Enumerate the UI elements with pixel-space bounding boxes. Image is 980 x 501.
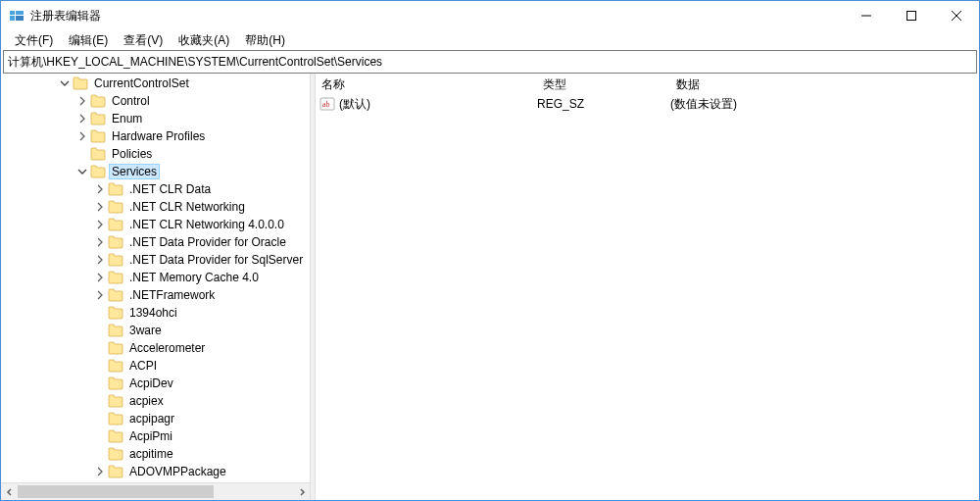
svg-rect-3 <box>16 16 24 21</box>
address-bar[interactable]: 计算机\HKEY_LOCAL_MACHINE\SYSTEM\CurrentCon… <box>3 50 977 74</box>
folder-icon <box>108 271 123 284</box>
list-row[interactable]: ab(默认)REG_SZ(数值未设置) <box>316 95 979 113</box>
titlebar: 注册表编辑器 <box>1 1 979 30</box>
tree-node[interactable]: .NET Data Provider for Oracle <box>1 233 310 251</box>
menu-view[interactable]: 查看(V) <box>116 31 171 50</box>
folder-icon <box>108 394 123 408</box>
tree-node-label: AcpiPmi <box>127 429 174 443</box>
folder-icon <box>108 288 123 302</box>
tree-node[interactable]: AcpiDev <box>1 375 310 392</box>
main-area: CurrentControlSetControlEnumHardware Pro… <box>1 74 979 500</box>
cell-data: (数值未设置) <box>664 96 979 113</box>
tree-node-label: .NET CLR Data <box>127 182 213 196</box>
address-path: 计算机\HKEY_LOCAL_MACHINE\SYSTEM\CurrentCon… <box>8 54 382 71</box>
tree-node-label: AcpiDev <box>127 376 175 390</box>
expand-icon[interactable] <box>92 199 108 215</box>
tree-node[interactable]: acpipagr <box>1 410 310 427</box>
scroll-right-arrow-icon[interactable] <box>293 483 310 500</box>
tree-node[interactable]: Enum <box>1 110 310 127</box>
expand-icon[interactable] <box>74 93 90 109</box>
list-body[interactable]: ab(默认)REG_SZ(数值未设置) <box>316 95 979 500</box>
folder-icon <box>90 165 106 178</box>
folder-icon <box>108 182 123 196</box>
collapse-icon[interactable] <box>74 164 90 179</box>
folder-icon <box>108 306 123 320</box>
tree-node-label: ADOVMPPackage <box>127 465 228 478</box>
expand-icon[interactable] <box>92 181 108 197</box>
tree-node[interactable]: CurrentControlSet <box>1 75 310 92</box>
tree-node-label: Policies <box>110 147 154 161</box>
expander-placeholder <box>92 323 108 338</box>
cell-type: REG_SZ <box>531 97 664 111</box>
tree-node[interactable]: 1394ohci <box>1 304 310 322</box>
value-name: (默认) <box>339 96 370 113</box>
folder-icon <box>108 324 123 337</box>
folder-icon <box>108 341 123 355</box>
tree-node[interactable]: acpitime <box>1 445 310 463</box>
expander-placeholder <box>74 146 90 162</box>
folder-icon <box>108 412 123 426</box>
menu-file[interactable]: 文件(F) <box>7 31 61 50</box>
menu-help[interactable]: 帮助(H) <box>237 31 293 50</box>
tree-node[interactable]: Accelerometer <box>1 339 310 357</box>
window-title: 注册表编辑器 <box>30 8 844 25</box>
scroll-track[interactable] <box>18 483 293 500</box>
expand-icon[interactable] <box>92 234 108 250</box>
menu-edit[interactable]: 编辑(E) <box>61 31 116 50</box>
tree-node[interactable]: .NET CLR Data <box>1 180 310 198</box>
scroll-left-arrow-icon[interactable] <box>1 483 18 500</box>
column-type[interactable]: 类型 <box>537 76 670 93</box>
app-icon <box>9 8 24 24</box>
list-header: 名称 类型 数据 <box>316 74 979 95</box>
reg-sz-icon: ab <box>319 96 335 112</box>
close-button[interactable] <box>934 1 979 30</box>
tree-node[interactable]: Control <box>1 92 310 110</box>
expand-icon[interactable] <box>74 128 90 144</box>
tree-node-label: acpitime <box>127 447 175 461</box>
tree-node[interactable]: Policies <box>1 145 310 163</box>
cell-name: ab(默认) <box>316 96 531 113</box>
column-name[interactable]: 名称 <box>316 76 537 93</box>
folder-icon <box>90 147 106 161</box>
tree-horizontal-scrollbar[interactable] <box>1 482 310 500</box>
tree-node-label: .NET Data Provider for Oracle <box>127 235 288 249</box>
tree-node[interactable]: ACPI <box>1 357 310 375</box>
svg-rect-5 <box>907 12 916 21</box>
tree-node[interactable]: Hardware Profiles <box>1 127 310 145</box>
scroll-thumb[interactable] <box>18 485 214 498</box>
collapse-icon[interactable] <box>57 75 73 91</box>
folder-icon <box>73 76 88 90</box>
tree-panel: CurrentControlSetControlEnumHardware Pro… <box>1 74 310 500</box>
tree-node[interactable]: .NETFramework <box>1 286 310 304</box>
tree-node[interactable]: Services <box>1 163 310 180</box>
column-data[interactable]: 数据 <box>670 76 979 93</box>
tree-node[interactable]: AcpiPmi <box>1 427 310 445</box>
maximize-button[interactable] <box>889 1 934 30</box>
tree-node[interactable]: .NET Memory Cache 4.0 <box>1 269 310 286</box>
svg-rect-0 <box>10 11 15 15</box>
expand-icon[interactable] <box>92 270 108 285</box>
folder-icon <box>108 359 123 373</box>
expander-placeholder <box>92 340 108 356</box>
tree-node-label: Hardware Profiles <box>110 129 207 143</box>
tree-node[interactable]: .NET CLR Networking 4.0.0.0 <box>1 216 310 233</box>
tree-node[interactable]: .NET Data Provider for SqlServer <box>1 251 310 269</box>
tree-node[interactable]: acpiex <box>1 392 310 410</box>
expand-icon[interactable] <box>74 111 90 126</box>
minimize-button[interactable] <box>844 1 889 30</box>
expand-icon[interactable] <box>92 464 108 479</box>
expand-icon[interactable] <box>92 252 108 268</box>
folder-icon <box>90 94 106 108</box>
tree-node[interactable]: .NET CLR Networking <box>1 198 310 216</box>
tree-view[interactable]: CurrentControlSetControlEnumHardware Pro… <box>1 74 310 482</box>
tree-node[interactable]: ADOVMPPackage <box>1 463 310 480</box>
window-buttons <box>844 1 979 30</box>
expand-icon[interactable] <box>92 217 108 232</box>
folder-icon <box>108 253 123 267</box>
expand-icon[interactable] <box>92 287 108 303</box>
tree-node-label: .NET CLR Networking 4.0.0.0 <box>127 218 286 231</box>
tree-node-label: CurrentControlSet <box>92 76 191 90</box>
tree-node[interactable]: 3ware <box>1 322 310 339</box>
menubar: 文件(F) 编辑(E) 查看(V) 收藏夹(A) 帮助(H) <box>1 30 979 50</box>
menu-favorites[interactable]: 收藏夹(A) <box>171 31 237 50</box>
